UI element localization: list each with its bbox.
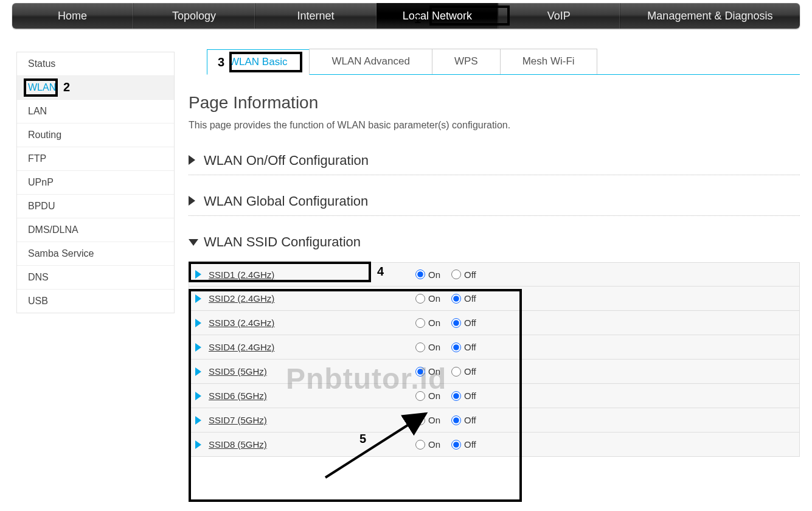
radio-on[interactable] (415, 318, 425, 328)
section-wlan-global[interactable]: WLAN Global Configuration (189, 189, 800, 216)
tab-mesh-wifi[interactable]: Mesh Wi-Fi (500, 49, 597, 74)
ssid-link[interactable]: SSID1 (2.4GHz) (209, 269, 415, 280)
radio-off[interactable] (451, 415, 461, 425)
nav-topology[interactable]: Topology (133, 3, 255, 29)
sidebar-item-upnp[interactable]: UPnP (17, 171, 174, 195)
radio-off-label[interactable]: Off (451, 293, 476, 304)
radio-on-text: On (428, 366, 440, 377)
ssid-link[interactable]: SSID6 (5GHz) (209, 391, 415, 401)
caret-right-icon (195, 294, 201, 303)
ssid-link[interactable]: SSID3 (2.4GHz) (209, 318, 415, 328)
nav-internet[interactable]: Internet (255, 3, 377, 29)
radio-off-label[interactable]: Off (451, 391, 476, 401)
sidebar-item-label: FTP (28, 153, 46, 164)
radio-on-label[interactable]: On (415, 439, 440, 450)
tabs: WLAN Basic WLAN Advanced WPS Mesh Wi-Fi (207, 49, 800, 75)
nav-management-diagnosis[interactable]: Management & Diagnosis (620, 3, 800, 29)
radio-off-label[interactable]: Off (451, 366, 476, 377)
nav-home[interactable]: Home (12, 3, 133, 29)
nav-label: Local Network (403, 10, 472, 23)
sidebar-item-dms-dlna[interactable]: DMS/DLNA (17, 218, 174, 242)
caret-right-icon (195, 416, 201, 425)
radio-on-label[interactable]: On (415, 269, 440, 280)
radio-on[interactable] (415, 391, 425, 401)
sidebar-item-label: Routing (28, 130, 61, 140)
radio-on[interactable] (415, 269, 425, 279)
radio-off[interactable] (451, 342, 461, 352)
radio-off-label[interactable]: Off (451, 439, 476, 450)
radio-on[interactable] (415, 367, 425, 377)
ssid-list: SSID1 (2.4GHz)OnOffSSID2 (2.4GHz)OnOffSS… (189, 262, 800, 457)
page-title: Page Information (189, 93, 800, 113)
sidebar-item-ftp[interactable]: FTP (17, 147, 174, 171)
nav-label: Home (58, 10, 87, 23)
sidebar-item-dns[interactable]: DNS (17, 266, 174, 290)
ssid-onoff-group: OnOff (415, 293, 484, 304)
ssid-onoff-group: OnOff (415, 366, 484, 377)
ssid-link[interactable]: SSID5 (5GHz) (209, 366, 415, 377)
radio-on-text: On (428, 342, 440, 352)
radio-on[interactable] (415, 294, 425, 304)
tab-wps[interactable]: WPS (432, 49, 501, 74)
tab-wlan-basic[interactable]: WLAN Basic (207, 49, 310, 75)
radio-off-text: Off (464, 293, 476, 304)
sidebar-item-wlan[interactable]: WLAN (17, 76, 174, 100)
radio-off-text: Off (464, 391, 476, 401)
radio-off-label[interactable]: Off (451, 269, 476, 280)
ssid-link[interactable]: SSID7 (5GHz) (209, 415, 415, 425)
nav-label: Internet (297, 10, 334, 23)
radio-off-text: Off (464, 415, 476, 425)
ssid-onoff-group: OnOff (415, 415, 484, 425)
content: WLAN Basic WLAN Advanced WPS Mesh Wi-Fi … (189, 49, 800, 457)
radio-off[interactable] (451, 391, 461, 401)
ssid-link[interactable]: SSID8 (5GHz) (209, 439, 415, 450)
ssid-onoff-group: OnOff (415, 269, 484, 280)
sidebar-item-label: Status (28, 58, 55, 69)
sidebar-item-status[interactable]: Status (17, 52, 174, 76)
ssid-link[interactable]: SSID4 (2.4GHz) (209, 342, 415, 352)
radio-on-label[interactable]: On (415, 415, 440, 425)
caret-right-icon (195, 440, 201, 449)
radio-on-label[interactable]: On (415, 293, 440, 304)
sidebar-item-samba-service[interactable]: Samba Service (17, 242, 174, 266)
radio-on[interactable] (415, 415, 425, 425)
radio-on[interactable] (415, 342, 425, 352)
caret-right-icon (195, 319, 201, 327)
tab-wlan-advanced[interactable]: WLAN Advanced (309, 49, 432, 74)
radio-off[interactable] (451, 367, 461, 377)
radio-off-text: Off (464, 439, 476, 450)
radio-on-label[interactable]: On (415, 366, 440, 377)
radio-on-text: On (428, 391, 440, 401)
nav-local-network[interactable]: Local Network (377, 3, 498, 29)
section-wlan-onoff[interactable]: WLAN On/Off Configuration (189, 148, 800, 175)
radio-off[interactable] (451, 294, 461, 304)
sidebar-item-label: Samba Service (28, 248, 94, 259)
radio-off-label[interactable]: Off (451, 318, 476, 328)
caret-down-icon (189, 239, 198, 246)
sidebar-item-label: UPnP (28, 177, 54, 187)
section-wlan-ssid[interactable]: WLAN SSID Configuration (189, 229, 800, 256)
ssid-row: SSID6 (5GHz)OnOff (189, 384, 800, 408)
radio-off-label[interactable]: Off (451, 415, 476, 425)
sidebar-item-usb[interactable]: USB (17, 290, 174, 313)
top-nav: Home Topology Internet Local Network VoI… (12, 3, 800, 29)
sidebar-item-bpdu[interactable]: BPDU (17, 195, 174, 218)
section-title: WLAN On/Off Configuration (204, 153, 369, 168)
caret-right-icon (189, 155, 195, 165)
ssid-link[interactable]: SSID2 (2.4GHz) (209, 293, 415, 304)
radio-on-label[interactable]: On (415, 318, 440, 328)
radio-off-label[interactable]: Off (451, 342, 476, 352)
radio-off-text: Off (464, 366, 476, 377)
sidebar-item-routing[interactable]: Routing (17, 123, 174, 147)
radio-off[interactable] (451, 269, 461, 279)
radio-off[interactable] (451, 440, 461, 450)
radio-on-label[interactable]: On (415, 391, 440, 401)
ssid-row: SSID8 (5GHz)OnOff (189, 433, 800, 457)
radio-on-label[interactable]: On (415, 342, 440, 352)
ssid-row: SSID7 (5GHz)OnOff (189, 408, 800, 433)
tab-label: WLAN Advanced (331, 55, 410, 67)
radio-on[interactable] (415, 440, 425, 450)
radio-off[interactable] (451, 318, 461, 328)
sidebar-item-lan[interactable]: LAN (17, 100, 174, 123)
nav-voip[interactable]: VoIP (498, 3, 620, 29)
